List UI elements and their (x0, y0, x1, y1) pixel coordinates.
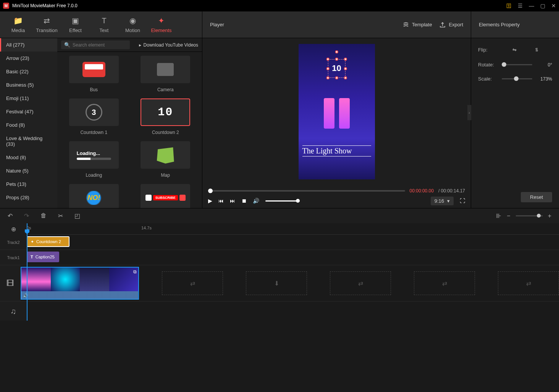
search-input[interactable] (73, 42, 130, 48)
maximize-icon[interactable]: ▢ (540, 3, 545, 9)
playhead[interactable] (27, 223, 27, 321)
seek-bar[interactable] (208, 190, 405, 192)
zoom-out-button[interactable]: − (507, 213, 510, 219)
timeline-ruler[interactable]: ⊕ 0s 14.7s (0, 223, 559, 235)
sidebar-item[interactable]: Arrow (23) (0, 52, 57, 65)
sidebar-item[interactable]: Emoji (11) (0, 92, 57, 105)
fit-button[interactable]: ⊪ (496, 212, 501, 219)
download-youtube-link[interactable]: ▸ Download YouTube Videos (139, 42, 198, 48)
handle-bl[interactable] (326, 76, 329, 79)
handle-tc[interactable] (335, 58, 338, 61)
volume-icon[interactable]: 🔊 (253, 198, 259, 204)
zoom-slider[interactable] (516, 215, 543, 216)
sidebar-item[interactable]: Nature (5) (0, 164, 57, 177)
time-current: 00:00:00.00 (410, 188, 434, 194)
transition-placeholder[interactable]: ⇄ (414, 271, 475, 295)
element-thumb[interactable]: 3 (69, 98, 119, 126)
layers-icon: ▣ (72, 16, 79, 25)
next-frame-button[interactable]: ⏭ (230, 198, 235, 204)
tab-transition[interactable]: ⇄Transition (32, 11, 61, 38)
swap-icon: ⇄ (44, 16, 50, 25)
tab-elements[interactable]: ✦Elements (147, 11, 176, 38)
template-button[interactable]: Template (403, 22, 432, 28)
sidebar-item[interactable]: Business (5) (0, 78, 57, 92)
element-thumb[interactable]: NO! (69, 184, 119, 208)
transition-icon[interactable]: ⧉ (133, 269, 137, 274)
aspect-ratio-select[interactable]: 9:16 ▾ (431, 197, 454, 205)
reset-button[interactable]: Reset (521, 192, 552, 202)
seek-thumb[interactable] (208, 189, 213, 193)
handle-br[interactable] (344, 76, 347, 79)
element-item[interactable]: 3Countdown 1 (61, 98, 127, 135)
element-thumb[interactable] (141, 56, 190, 83)
transition-placeholder[interactable]: ⇄ (162, 271, 223, 295)
element-item[interactable]: Loading...Loading (61, 141, 127, 178)
play-button[interactable]: ▶ (208, 198, 212, 204)
element-thumb[interactable] (69, 56, 119, 83)
video-clip[interactable]: ⧉ 🔊 (21, 267, 139, 300)
handle-mr[interactable] (344, 67, 347, 70)
element-overlay[interactable]: 10 (328, 59, 345, 78)
tab-media[interactable]: 📁Media (4, 11, 32, 38)
fullscreen-button[interactable]: ⛶ (460, 198, 465, 204)
handle-tr[interactable] (344, 58, 347, 61)
tab-text[interactable]: TText (90, 11, 118, 38)
crop-button[interactable]: ◰ (74, 212, 80, 219)
clip-caption[interactable]: T Caption25 (27, 252, 59, 262)
transition-placeholder[interactable]: ⇄ (498, 271, 559, 295)
handle-ml[interactable] (326, 67, 329, 70)
video-track: 🎞 ⧉ 🔊 ⇄ ⬇ ⇄ ⇄ ⇄ (0, 265, 559, 302)
export-button[interactable]: Export (439, 22, 463, 28)
handle-tl[interactable] (326, 58, 329, 61)
element-item[interactable]: Bus (61, 56, 127, 92)
clip-countdown[interactable]: ✦ Countdown 2 (27, 236, 69, 247)
rotate-slider[interactable] (502, 64, 532, 65)
handle-bc[interactable] (335, 76, 338, 79)
zoom-in-button[interactable]: + (548, 213, 551, 219)
element-item[interactable]: NO!No (61, 184, 127, 208)
track-label: Track1 (0, 250, 27, 265)
sidebar-item[interactable]: Love & Wedding (33) (0, 132, 57, 151)
transition-placeholder[interactable]: ⇄ (330, 271, 391, 295)
volume-slider[interactable] (265, 200, 300, 202)
tab-motion[interactable]: ◉Motion (118, 11, 147, 38)
redo-button[interactable]: ↷ (24, 212, 29, 219)
sidebar-item[interactable]: All (277) (0, 38, 57, 52)
flip-vertical-button[interactable]: ⥮ (532, 46, 541, 53)
element-item[interactable]: 10Countdown 2 (133, 98, 199, 135)
collapse-panel-button[interactable]: › (467, 105, 471, 120)
element-item[interactable]: Camera (133, 56, 199, 92)
delete-button[interactable]: 🗑 (40, 212, 47, 219)
sidebar-item[interactable]: Festival (47) (0, 105, 57, 118)
tab-effect[interactable]: ▣Effect (61, 11, 90, 38)
element-thumb[interactable]: SUBSCRIBE (141, 184, 190, 208)
element-thumb[interactable] (141, 141, 190, 169)
add-track-button[interactable]: ⊕ (0, 223, 27, 235)
track-1: Track1 T Caption25 (0, 250, 559, 265)
search-box[interactable]: 🔍 (61, 40, 130, 49)
sidebar-item[interactable]: Pets (13) (0, 177, 57, 191)
sidebar-item[interactable]: Travel (40) (0, 204, 57, 208)
sidebar-item[interactable]: Mood (8) (0, 151, 57, 164)
key-icon[interactable]: ⚿ (506, 3, 512, 9)
element-thumb[interactable]: Loading... (69, 141, 119, 169)
menu-icon[interactable]: ☰ (518, 3, 523, 9)
media-placeholder[interactable]: ⬇ (246, 271, 307, 295)
close-icon[interactable]: ✕ (551, 3, 556, 9)
sidebar-item[interactable]: Basic (22) (0, 65, 57, 78)
element-thumb[interactable]: 10 (141, 98, 190, 126)
stop-button[interactable]: ⏹ (241, 198, 247, 204)
element-item[interactable]: SUBSCRIBESubscribe 1 (133, 184, 199, 208)
minimize-icon[interactable]: — (529, 3, 534, 9)
element-label: Countdown 1 (80, 130, 107, 135)
preview-area[interactable]: 10 The Light Show (202, 38, 471, 185)
undo-button[interactable]: ↶ (8, 212, 13, 219)
prev-frame-button[interactable]: ⏮ (218, 198, 224, 204)
sidebar-item[interactable]: Food (8) (0, 118, 57, 132)
flip-horizontal-button[interactable]: ⇋ (509, 46, 519, 53)
handle-rotate[interactable] (335, 50, 338, 53)
sidebar-item[interactable]: Props (28) (0, 191, 57, 204)
element-item[interactable]: Map (133, 141, 199, 178)
split-button[interactable]: ✂ (58, 212, 63, 219)
scale-slider[interactable] (502, 78, 532, 79)
